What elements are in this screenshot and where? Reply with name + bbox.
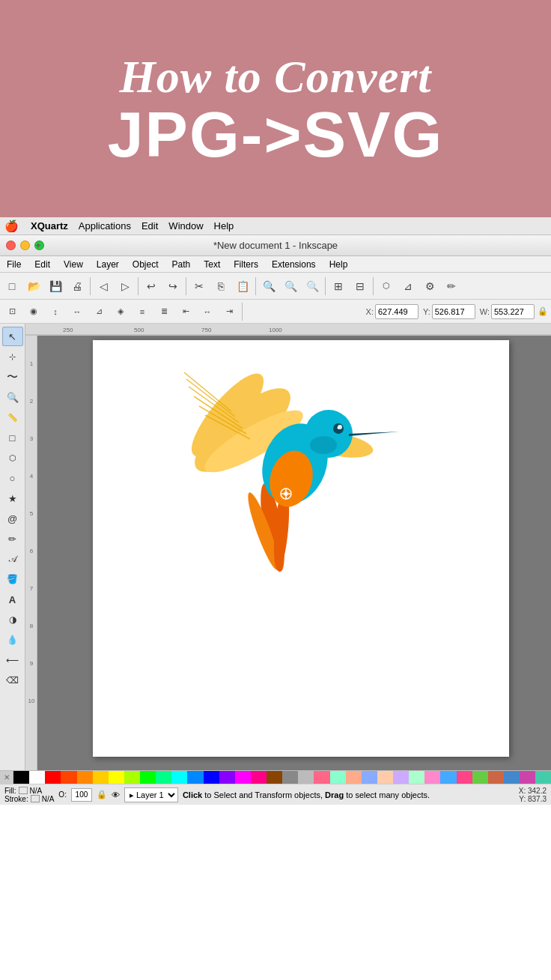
connector-tool[interactable]: ⟵ — [2, 650, 23, 670]
svg-text:750: 750 — [201, 327, 212, 333]
menu-extensions[interactable]: Extensions — [268, 259, 320, 270]
svg-text:5: 5 — [30, 510, 34, 517]
snap-icon4[interactable]: ↔ — [67, 301, 88, 322]
menubar-window[interactable]: Window — [168, 220, 203, 232]
calligraphy-tool[interactable]: 𝒜 — [2, 549, 23, 569]
open-button[interactable]: 📂 — [23, 276, 44, 297]
x-coord: X: 342.2 — [519, 787, 547, 795]
menu-path[interactable]: Path — [168, 259, 195, 270]
color-palette[interactable] — [13, 771, 551, 784]
rect-tool[interactable]: □ — [2, 428, 23, 447]
stroke-row: Stroke: N/A — [4, 795, 54, 803]
paint-bucket-tool[interactable]: 🪣 — [2, 569, 23, 589]
snap-icon6[interactable]: ◈ — [110, 301, 131, 322]
menubar-help[interactable]: Help — [214, 220, 234, 232]
snap-icon2[interactable]: ◉ — [23, 301, 44, 322]
minimize-button[interactable] — [20, 241, 30, 250]
dropper-tool[interactable]: 💧 — [2, 630, 23, 650]
box3d-tool[interactable]: ⬡ — [2, 448, 23, 468]
apple-menu[interactable]: 🍎 — [4, 220, 19, 233]
print-button[interactable]: 🖨 — [67, 276, 88, 297]
circle-tool[interactable]: ○ — [2, 468, 23, 488]
group-button[interactable]: ⊞ — [328, 276, 349, 297]
menu-filters[interactable]: Filters — [230, 259, 262, 270]
inkscape-menubar: File Edit View Layer Object Path Text Fi… — [0, 256, 551, 273]
w-input[interactable] — [491, 304, 535, 319]
undo-button[interactable]: ↩ — [141, 276, 162, 297]
pen-tool[interactable]: ✏ — [441, 276, 462, 297]
align-center-h[interactable]: ↔ — [197, 301, 218, 322]
align-right[interactable]: ⇥ — [219, 301, 240, 322]
text-tool[interactable]: A — [2, 590, 23, 609]
menubar-xquartz[interactable]: XQuartz — [31, 220, 68, 232]
export-button[interactable]: ▷ — [115, 276, 136, 297]
menubar-edit[interactable]: Edit — [141, 220, 158, 232]
menu-text[interactable]: Text — [200, 259, 224, 270]
import-button[interactable]: ◁ — [93, 276, 114, 297]
svg-text:4: 4 — [30, 473, 34, 480]
lock-icon2: 🔒 — [97, 790, 107, 799]
status-message: Click to Select and Transform objects, D… — [183, 790, 514, 799]
snap-icon3[interactable]: ↕ — [45, 301, 66, 322]
toolbar-sep1 — [90, 277, 91, 295]
y-input[interactable] — [432, 304, 475, 319]
snap-toolbar: ⊡ ◉ ↕ ↔ ⊿ ◈ ≡ ≣ ⇤ ↔ ⇥ X: Y: W: 🔒 — [0, 300, 551, 324]
opacity-input[interactable] — [71, 788, 92, 802]
menu-layer[interactable]: Layer — [93, 259, 123, 270]
zoom-out-button[interactable]: 🔍 — [280, 276, 301, 297]
cut-button[interactable]: ✂ — [189, 276, 210, 297]
w-label: W: — [480, 307, 490, 316]
eye-icon: 👁 — [112, 790, 120, 799]
canvas-area[interactable]: 250 500 750 1000 1 2 3 4 5 6 7 8 9 10 — [25, 324, 551, 770]
no-color-swatch[interactable]: ✕ — [0, 771, 13, 784]
snap-icon5[interactable]: ⊿ — [88, 301, 109, 322]
snap-icon1[interactable]: ⊡ — [1, 301, 22, 322]
menu-help[interactable]: Help — [326, 259, 352, 270]
snap-sep — [242, 303, 243, 321]
ungroup-button[interactable]: ⊟ — [350, 276, 371, 297]
svg-rect-0 — [25, 324, 551, 336]
svg-text:500: 500 — [134, 327, 144, 333]
align-button[interactable]: ⊿ — [398, 276, 418, 297]
zoom-fit-button[interactable]: 🔍 — [302, 276, 323, 297]
menu-view[interactable]: View — [60, 259, 87, 270]
main-toolbar: □ 📂 💾 🖨 ◁ ▷ ↩ ↪ ✂ ⎘ 📋 🔍 🔍 🔍 ⊞ ⊟ ⬡ ⊿ ⚙ ✏ — [0, 273, 551, 300]
save-button[interactable]: 💾 — [45, 276, 66, 297]
zoom-in-button[interactable]: 🔍 — [258, 276, 279, 297]
measure-tool[interactable]: 📏 — [2, 408, 23, 427]
new-button[interactable]: □ — [1, 276, 22, 297]
align-left[interactable]: ⇤ — [175, 301, 196, 322]
opacity-label: O: — [58, 790, 67, 799]
pencil-tool[interactable]: ✏ — [2, 529, 23, 548]
select-tool[interactable]: ↖ — [2, 327, 23, 346]
menubar-applications[interactable]: Applications — [79, 220, 131, 232]
menu-file[interactable]: File — [3, 259, 25, 270]
menu-edit[interactable]: Edit — [31, 259, 54, 270]
svg-text:2: 2 — [30, 398, 34, 405]
snap-icon8[interactable]: ≣ — [153, 301, 174, 322]
eraser-tool[interactable]: ⌫ — [2, 671, 23, 690]
settings-button[interactable]: ⚙ — [419, 276, 440, 297]
tweak-tool[interactable]: 〜 — [2, 367, 23, 387]
snap-icon7[interactable]: ≡ — [132, 301, 153, 322]
x-input[interactable] — [375, 304, 418, 319]
paste-button[interactable]: 📋 — [232, 276, 253, 297]
svg-text:6: 6 — [30, 548, 34, 554]
zoom-tool[interactable]: 🔍 — [2, 387, 23, 407]
stroke-swatch[interactable] — [31, 795, 40, 802]
gradient-tool[interactable]: ◑ — [2, 610, 23, 629]
menu-object[interactable]: Object — [129, 259, 162, 270]
svg-point-35 — [338, 427, 340, 429]
y-label: Y: — [423, 307, 430, 316]
lock-icon[interactable]: 🔒 — [536, 301, 550, 322]
layer-select[interactable]: ▸ Layer 1 — [124, 787, 178, 802]
spiral-tool[interactable]: @ — [2, 509, 23, 528]
node-tool[interactable]: ⬡ — [376, 276, 397, 297]
close-button[interactable] — [6, 241, 16, 250]
redo-button[interactable]: ↪ — [162, 276, 183, 297]
star-tool[interactable]: ★ — [2, 489, 23, 508]
fill-swatch[interactable] — [19, 787, 28, 794]
node-edit-tool[interactable]: ⊹ — [2, 347, 23, 366]
copy-button[interactable]: ⎘ — [210, 276, 231, 297]
banner-subtitle: How to Convert — [119, 51, 431, 102]
